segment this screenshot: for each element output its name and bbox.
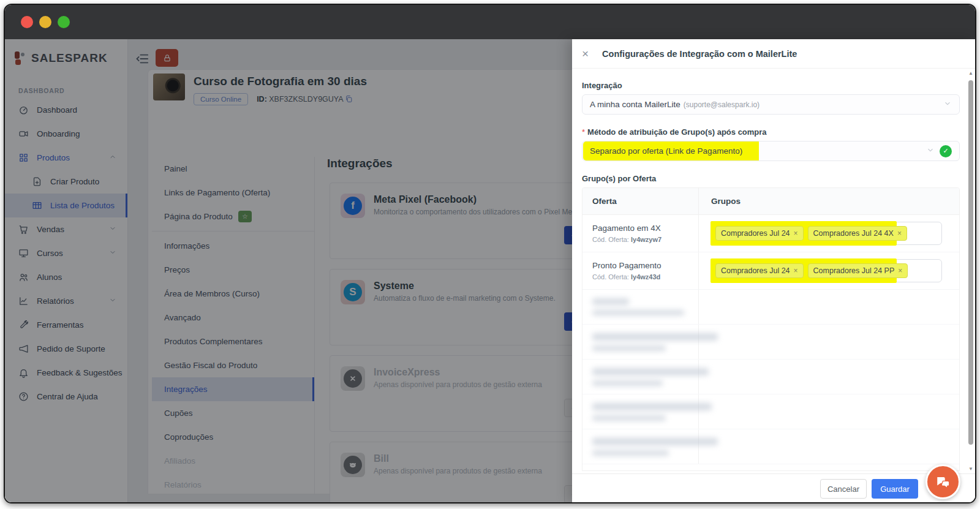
table-row-redacted — [582, 360, 959, 394]
drawer-footer: Cancelar Guardar — [572, 473, 975, 502]
support-chat-button[interactable] — [925, 464, 960, 499]
chip-remove-icon[interactable]: × — [898, 266, 902, 275]
column-header-oferta: Oferta — [592, 197, 698, 206]
table-row-redacted — [582, 394, 959, 429]
drawer-header: × Configurações de Integração com o Mail… — [572, 39, 975, 69]
save-button[interactable]: Guardar — [872, 479, 918, 499]
scroll-up-icon[interactable]: ▲ — [967, 70, 974, 76]
groups-table-header: Oferta Grupos — [582, 188, 959, 215]
chevron-down-icon — [943, 99, 952, 110]
close-icon[interactable]: × — [582, 48, 589, 59]
group-chip[interactable]: Compradores Jul 24 4X× — [808, 226, 907, 241]
required-asterisk: * — [582, 127, 585, 137]
mailerlite-settings-drawer: × Configurações de Integração com o Mail… — [572, 39, 975, 502]
window-minimize-button[interactable] — [39, 16, 51, 28]
chip-remove-icon[interactable]: × — [794, 229, 798, 238]
scrollbar-thumb[interactable] — [968, 80, 973, 445]
cancel-button[interactable]: Cancelar — [820, 479, 867, 499]
chip-remove-icon[interactable]: × — [794, 266, 798, 275]
success-check-icon: ✓ — [940, 145, 952, 157]
integration-account-email: (suporte@salespark.io) — [684, 100, 760, 109]
table-row: Pagamento em 4X Cód. Oferta: ly4wzyw7 Co… — [582, 215, 959, 252]
offer-name: Pronto Pagamento — [592, 261, 698, 270]
group-chip[interactable]: Compradores Jul 24× — [715, 226, 804, 241]
window-close-button[interactable] — [21, 16, 33, 28]
groups-tag-input[interactable]: Compradores Jul 24× Compradores Jul 24 4… — [711, 222, 942, 245]
groups-table: Oferta Grupos Pagamento em 4X Cód. Ofert… — [582, 187, 960, 471]
offer-code: Cód. Oferta: ly4wzyw7 — [592, 236, 698, 243]
group-chip[interactable]: Compradores Jul 24× — [715, 263, 804, 278]
table-row-redacted — [582, 290, 959, 325]
offer-code: Cód. Oferta: ly4wz43d — [592, 273, 698, 281]
app-area: SALESPARK DASHBOARD Dashboard Onboarding… — [5, 39, 975, 502]
groups-tag-input[interactable]: Compradores Jul 24× Compradores Jul 24 P… — [711, 259, 942, 282]
drawer-scrollbar[interactable]: ▲ ▼ — [967, 69, 974, 473]
integration-field-label: Integração — [582, 81, 622, 90]
drawer-title: Configurações de Integração com o Mailer… — [602, 49, 797, 59]
chip-remove-icon[interactable]: × — [897, 229, 902, 238]
scroll-down-icon[interactable]: ▼ — [967, 466, 974, 472]
app-window: SALESPARK DASHBOARD Dashboard Onboarding… — [4, 4, 976, 503]
offer-name: Pagamento em 4X — [592, 224, 698, 233]
method-select[interactable]: Separado por oferta (Link de Pagamento) … — [582, 141, 960, 161]
column-header-grupos: Grupos — [711, 197, 741, 206]
titlebar — [5, 5, 975, 39]
integration-select[interactable]: A minha conta MailerLite (suporte@salesp… — [582, 94, 960, 115]
groups-section-label: Grupo(s) por Oferta — [582, 174, 656, 183]
table-row-redacted — [582, 325, 959, 360]
window-zoom-button[interactable] — [58, 16, 70, 28]
group-chip[interactable]: Compradores Jul 24 PP× — [808, 263, 908, 278]
table-row: Pronto Pagamento Cód. Oferta: ly4wz43d C… — [582, 252, 959, 290]
method-field-label: *Método de atribuição de Grupo(s) após c… — [582, 127, 767, 137]
chat-bubbles-icon — [935, 474, 951, 490]
chevron-down-icon — [926, 146, 935, 156]
table-row-redacted — [582, 429, 959, 464]
